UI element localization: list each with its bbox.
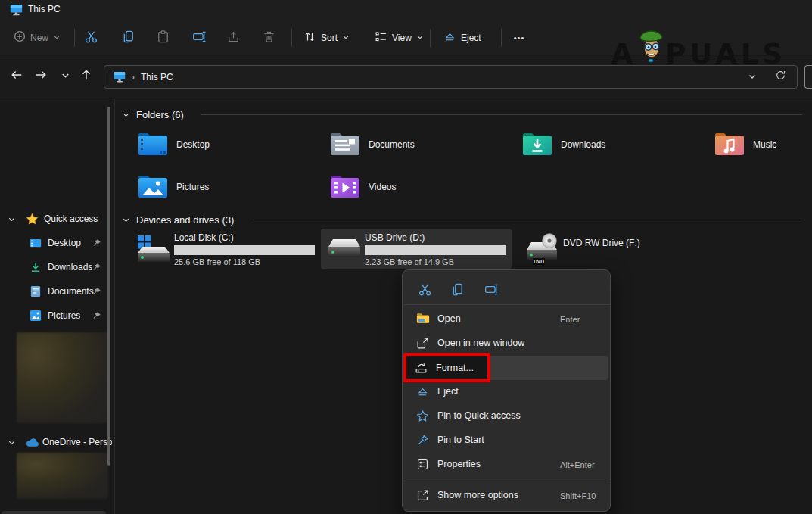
menu-item-open[interactable]: Open Enter <box>406 307 608 332</box>
pinned-icon <box>92 287 101 298</box>
devices-section-header[interactable]: Devices and drives (3) <box>122 212 234 227</box>
this-pc-icon <box>10 4 23 19</box>
copy-button[interactable] <box>445 278 471 301</box>
downloads-icon <box>30 261 42 273</box>
delete-button[interactable] <box>257 26 281 50</box>
rename-icon <box>192 30 207 47</box>
plus-circle-icon <box>14 30 26 45</box>
eject-button[interactable]: Eject <box>437 25 487 50</box>
sidebar-item-documents[interactable]: Documents <box>0 281 115 302</box>
folder-label: Documents <box>369 139 415 150</box>
watermark-text-left: A <box>611 38 636 70</box>
folder-label: Downloads <box>561 139 605 150</box>
menu-separator <box>403 304 609 305</box>
sidebar-item-onedrive[interactable]: OneDrive - Perso <box>0 431 115 453</box>
pushpin-icon <box>416 434 430 447</box>
chevron-down-icon <box>416 33 424 43</box>
chevron-down-icon <box>342 33 350 43</box>
file-explorer-window: This PC New Sort <box>0 0 812 514</box>
drive-tile-usb-d[interactable]: USB Drive (D:) 2.23 GB free of 14.9 GB <box>321 229 512 269</box>
cut-button[interactable] <box>79 26 103 50</box>
forward-button[interactable] <box>29 63 53 87</box>
local-disk-icon <box>135 235 171 268</box>
refresh-icon[interactable] <box>775 70 786 84</box>
context-menu: Open Enter Open in new window Eject Pin … <box>402 269 611 512</box>
search-box-partial[interactable] <box>804 65 812 89</box>
menu-item-pin-to-start[interactable]: Pin to Start <box>406 428 608 453</box>
sort-button-label: Sort <box>321 33 338 43</box>
menu-item-shortcut: Shift+F10 <box>560 491 596 500</box>
folder-tile-downloads[interactable]: Downloads <box>518 127 707 165</box>
menu-item-show-more-options[interactable]: Show more options Shift+F10 <box>406 484 608 508</box>
chevron-down-icon[interactable] <box>122 216 130 224</box>
pinned-icon <box>92 238 101 250</box>
appuals-watermark: A PUALS <box>611 27 786 70</box>
sidebar-item-pictures[interactable]: Pictures <box>0 305 115 326</box>
dvd-drive-icon: DVD <box>524 233 563 269</box>
share-button[interactable] <box>221 26 245 50</box>
sort-button[interactable]: Sort <box>297 25 356 50</box>
menu-item-eject[interactable]: Eject <box>406 380 608 404</box>
sidebar-item-quick-access[interactable]: Quick access <box>0 208 115 229</box>
drive-tile-dvd-f[interactable]: DVD DVD RW Drive (F:) <box>519 229 710 269</box>
folder-tile-videos[interactable]: Videos <box>325 170 515 207</box>
this-pc-icon <box>114 71 126 83</box>
format-drive-icon <box>415 362 428 378</box>
folder-tile-desktop[interactable]: Desktop <box>133 127 322 165</box>
up-button[interactable] <box>74 63 98 87</box>
sidebar-scrollbar[interactable] <box>107 107 110 466</box>
pictures-icon <box>30 310 42 322</box>
ellipsis-icon: ••• <box>514 33 525 42</box>
show-more-options-icon <box>416 489 430 502</box>
appuals-mascot-icon <box>635 27 667 70</box>
drive-name: Local Disk (C:) <box>174 232 234 243</box>
back-button[interactable] <box>5 63 29 87</box>
paste-button[interactable] <box>151 26 175 50</box>
address-dropdown-icon[interactable] <box>748 70 757 84</box>
chevron-down-icon[interactable] <box>8 215 17 223</box>
toolbar-separator <box>291 29 292 47</box>
view-button[interactable]: View <box>369 25 430 50</box>
menu-item-label: Properties <box>437 459 481 469</box>
sidebar-item-downloads[interactable]: Downloads <box>0 257 115 278</box>
rename-button[interactable] <box>478 278 504 301</box>
folder-tile-music[interactable]: Music <box>710 127 812 165</box>
sidebar-item-desktop[interactable]: Desktop <box>0 232 115 254</box>
menu-separator <box>403 481 609 481</box>
dvd-badge: DVD <box>534 259 544 264</box>
star-outline-icon <box>416 410 430 422</box>
navigation-pane: Quick access Desktop Downloads Documents <box>0 99 115 514</box>
watermark-text-right: PUALS <box>665 38 786 70</box>
window-title: This PC <box>28 4 61 14</box>
see-more-button[interactable]: ••• <box>507 26 531 50</box>
breadcrumb[interactable]: This PC <box>141 72 173 83</box>
menu-item-pin-to-quick-access[interactable]: Pin to Quick access <box>406 404 608 428</box>
copy-button[interactable] <box>117 26 141 50</box>
menu-item-label: Open <box>437 313 461 324</box>
menu-item-label: Pin to Start <box>437 435 484 445</box>
sidebar-item-this-pc[interactable]: This PC <box>2 511 106 514</box>
title-bar: This PC <box>0 0 812 20</box>
drive-name: USB Drive (D:) <box>365 232 425 243</box>
drive-detail: 2.23 GB free of 14.9 GB <box>365 257 454 266</box>
new-button[interactable]: New <box>8 25 67 50</box>
menu-item-label: Show more options <box>437 490 518 500</box>
menu-item-label: Eject <box>437 386 459 397</box>
chevron-down-icon[interactable] <box>8 438 17 447</box>
downloads-folder-icon <box>522 131 552 160</box>
folder-tile-pictures[interactable]: Pictures <box>133 170 322 207</box>
open-new-window-icon <box>416 337 430 350</box>
chevron-down-icon[interactable] <box>122 111 130 119</box>
toolbar-separator <box>74 29 75 47</box>
toolbar-separator <box>501 29 502 47</box>
usb-drive-icon <box>325 238 362 265</box>
view-button-label: View <box>392 33 412 43</box>
red-annotation-box: Format... <box>403 353 490 382</box>
toolbar-separator <box>430 29 431 47</box>
folder-tile-documents[interactable]: Documents <box>325 127 515 165</box>
menu-item-properties[interactable]: Properties Alt+Enter <box>406 453 608 477</box>
cut-button[interactable] <box>412 278 437 301</box>
folders-section-header[interactable]: Folders (6) <box>122 107 184 122</box>
rename-button[interactable] <box>187 26 211 50</box>
drive-tile-local-disk-c[interactable]: Local Disk (C:) 25.6 GB free of 118 GB <box>130 229 321 269</box>
